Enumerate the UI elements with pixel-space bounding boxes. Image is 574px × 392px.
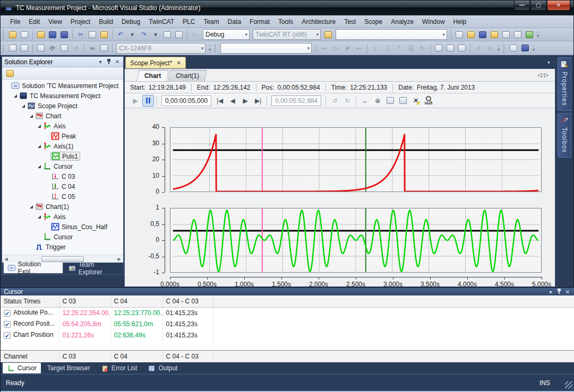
- target-system-combo[interactable]: CX-1246F8▾: [116, 43, 205, 54]
- redo-dropdown[interactable]: ▾: [150, 29, 161, 40]
- menu-help[interactable]: Help: [449, 16, 471, 27]
- panel-tab-solution-expl[interactable]: ∞Solution Expl...: [3, 263, 63, 274]
- tree-item-trigger[interactable]: Trigger: [2, 242, 123, 252]
- tree-item-solution-tc-measurement-project[interactable]: ∞Solution 'TC Measurement Project: [2, 81, 123, 91]
- channel-table-header-channel[interactable]: Channel: [1, 351, 59, 362]
- resize-grip[interactable]: [565, 381, 572, 389]
- step-back-button[interactable]: ◀: [227, 95, 238, 107]
- tree-item-cursor[interactable]: Cursor: [2, 232, 123, 242]
- menu-architecture[interactable]: Architecture: [297, 16, 340, 27]
- find-in-solution-button[interactable]: [454, 29, 465, 40]
- maximize-button[interactable]: ▢: [530, 1, 546, 11]
- undo-dropdown[interactable]: ▾: [127, 29, 138, 40]
- tree-expander-icon[interactable]: [13, 93, 19, 99]
- toolbar-grip[interactable]: [503, 44, 506, 53]
- auto-hide-tab-toolbox[interactable]: Toolbox: [558, 113, 571, 158]
- bottom-tab-cursor[interactable]: Cursor: [3, 363, 41, 373]
- close-button[interactable]: ✕: [547, 1, 570, 11]
- breakpoint-button[interactable]: [433, 43, 444, 54]
- pan-crosshair-icon[interactable]: ⊕: [372, 95, 383, 107]
- tree-item-axis[interactable]: Axis: [2, 121, 123, 131]
- navigate-back-button[interactable]: [162, 29, 173, 40]
- tree-item-cursor[interactable]: Cursor: [2, 161, 123, 171]
- play-button[interactable]: ▶: [130, 95, 141, 107]
- cut-button[interactable]: ✂: [75, 29, 86, 40]
- tree-expander-icon[interactable]: [29, 114, 35, 119]
- menu-format[interactable]: Format: [245, 16, 274, 27]
- zoom-chart2-icon[interactable]: [397, 95, 409, 107]
- toolbar-grip[interactable]: [3, 30, 5, 39]
- row-checkbox[interactable]: ✔: [4, 310, 11, 317]
- tree-item-sinus-cos-half[interactable]: Sinus_Cos_Half: [2, 222, 123, 232]
- continue-button[interactable]: ▷: [330, 43, 341, 54]
- tree-item-c-04[interactable]: C 04: [2, 181, 123, 191]
- chart-tab-chart-1[interactable]: Chart(1): [168, 70, 207, 81]
- step-over-button[interactable]: ⤸: [382, 43, 392, 54]
- restart-button[interactable]: ↻: [417, 43, 427, 54]
- scan-button[interactable]: [59, 43, 70, 54]
- step-forward-button[interactable]: ▶: [239, 95, 251, 107]
- navigate-forward-button[interactable]: [174, 29, 184, 40]
- row-checkbox[interactable]: ✔: [4, 321, 11, 328]
- channel-table-header-c-04-c-03[interactable]: C 04 - C 03: [162, 351, 213, 362]
- start-debug-button[interactable]: ▷: [190, 29, 201, 40]
- copy-button[interactable]: [87, 29, 98, 40]
- menu-window[interactable]: Window: [418, 16, 449, 27]
- solution-platforms-combo[interactable]: TwinCAT RT (x86)▾: [253, 29, 321, 40]
- tree-item-scope-project[interactable]: Scope Project: [2, 101, 123, 111]
- tree-item-axis-1[interactable]: Axis(1): [2, 141, 123, 151]
- menu-data[interactable]: Data: [224, 16, 245, 27]
- cursor-panel-titlebar[interactable]: Cursor ▾ ✕: [1, 288, 574, 295]
- go-first-button[interactable]: |◀: [214, 95, 226, 107]
- chart-tab-chart[interactable]: Chart: [136, 70, 169, 81]
- bottom-tab-output[interactable]: Output: [143, 363, 182, 373]
- tree-expander-icon[interactable]: [37, 144, 42, 149]
- scope-tool-button[interactable]: [508, 43, 519, 54]
- step-into-button[interactable]: ⤓: [370, 43, 381, 54]
- tab-close-icon[interactable]: ✕: [176, 60, 181, 66]
- toolbar-overflow[interactable]: ''▾: [498, 46, 500, 51]
- window-position-icon[interactable]: ▾: [547, 289, 554, 295]
- bottom-tab-target-browser[interactable]: Target Browser: [43, 363, 95, 373]
- tree-expander-icon[interactable]: [29, 204, 35, 210]
- team-explorer-button[interactable]: [489, 29, 500, 40]
- menu-file[interactable]: File: [6, 16, 24, 27]
- tree-item-c-05[interactable]: C 05: [2, 191, 123, 202]
- link-mode-button[interactable]: [7, 43, 18, 54]
- open-file-button[interactable]: [36, 29, 46, 40]
- breakpoint3-button[interactable]: [457, 43, 467, 54]
- pin-icon[interactable]: [105, 59, 113, 65]
- toolbar-overflow[interactable]: ''▾: [533, 46, 535, 51]
- panel-tab-team-explorer[interactable]: Team Explorer: [64, 263, 122, 274]
- row-checkbox[interactable]: ✔: [4, 332, 11, 339]
- pin-icon[interactable]: [555, 289, 563, 295]
- zoom-chart-icon[interactable]: [384, 95, 396, 107]
- chart-tab-next-icon[interactable]: ▷: [544, 72, 551, 78]
- minimize-button[interactable]: —: [514, 1, 530, 11]
- menu-plc[interactable]: PLC: [178, 16, 199, 27]
- redo-zoom-icon[interactable]: ↻: [341, 95, 353, 107]
- horizontal-scrollbar[interactable]: ◀ ▶: [2, 255, 123, 263]
- scope-export-button[interactable]: [520, 43, 530, 54]
- scroll-left-icon[interactable]: ◀: [2, 257, 10, 262]
- current-position-field[interactable]: 0,00:05:52,984: [271, 95, 321, 106]
- refresh-scope-button[interactable]: ↺: [473, 43, 484, 54]
- menu-view[interactable]: View: [44, 16, 66, 27]
- scope-record-combo[interactable]: ▾: [220, 43, 312, 54]
- toolbar-grip[interactable]: [3, 44, 5, 53]
- go-last-button[interactable]: ▶|: [252, 95, 264, 107]
- chart-top-plot[interactable]: [170, 127, 542, 192]
- object-browser-button[interactable]: [524, 29, 535, 40]
- tree-expander-icon[interactable]: [37, 214, 42, 220]
- paste-button[interactable]: [99, 29, 109, 40]
- channel-table-header-c-04[interactable]: C 04: [110, 351, 162, 362]
- properties-page-button[interactable]: [5, 68, 15, 79]
- tree-item-tc-measurement-project[interactable]: TC Measurement Project: [2, 91, 123, 101]
- free-run-button[interactable]: ↺: [71, 43, 81, 54]
- tree-expander-icon[interactable]: [37, 164, 42, 169]
- tree-item-axis[interactable]: Axis: [2, 212, 123, 222]
- delete-marker-icon[interactable]: ✕: [410, 95, 422, 107]
- redo-button[interactable]: ↷: [139, 29, 149, 40]
- restart-twincat-button[interactable]: [36, 43, 46, 54]
- extension-manager-button[interactable]: [512, 29, 523, 40]
